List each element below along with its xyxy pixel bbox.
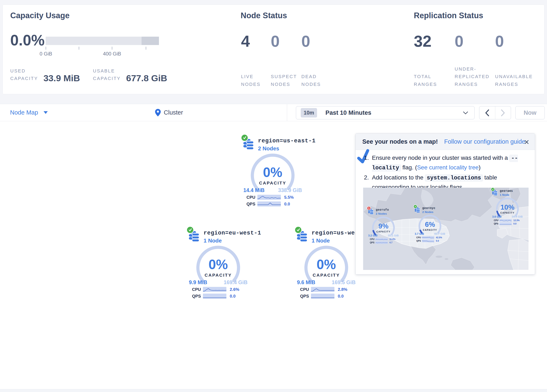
capacity-percent: 0%	[241, 165, 304, 180]
node-status-icon	[491, 187, 495, 191]
popup-header: See your nodes on a map! Follow our conf…	[356, 134, 535, 150]
cpu-sparkline	[257, 195, 281, 200]
step-text-fragment: flag. (	[401, 164, 417, 171]
check-icon	[492, 188, 494, 191]
step-text-fragment: Ensure every node in your cluster was st…	[372, 155, 510, 161]
total-capacity-value: 169.5 GiB	[332, 279, 356, 285]
cpu-value: 11.0%	[390, 238, 396, 241]
qps-sparkline	[257, 201, 281, 206]
cpu-label: CPU	[416, 236, 422, 239]
qps-sparkline	[422, 240, 434, 242]
cpu-sparkline	[422, 236, 434, 239]
node-head: geo=ams 1 Node	[492, 188, 513, 197]
cpu-sparkline	[499, 219, 512, 221]
qps-label: QPS	[416, 240, 422, 242]
locality-label: region=us-east-1	[258, 138, 316, 144]
map-node-layer: 1 geo=sfo 2 Nodes 9% CAPACITY 3.2 GiB 35…	[363, 188, 529, 270]
step-number: 1.	[364, 153, 372, 172]
capacity-percent: 0%	[295, 257, 358, 272]
node-status-icon	[413, 205, 417, 209]
capacity-percent: 9%	[367, 222, 400, 230]
node-status-icon: 1	[367, 206, 371, 210]
total-capacity-value: 34.4 GiB	[512, 215, 523, 218]
cpu-label: CPU	[300, 287, 311, 292]
used-capacity-value: 3.6 GiB	[492, 215, 502, 218]
capacity-word: CAPACITY	[491, 212, 524, 214]
node-count-link[interactable]: 1 Node	[500, 193, 513, 197]
qps-value: 0.0	[284, 202, 290, 206]
node-head: region=eu-west-1 1 Node	[188, 228, 261, 244]
total-capacity-value: 65.7 GiB	[434, 232, 445, 235]
node-region-display[interactable]: region=eu-west-1 1 Node 0% CAPACITY 9.9 …	[187, 228, 250, 301]
node-status-icon	[186, 226, 194, 234]
capacity-word: CAPACITY	[241, 180, 304, 186]
node-region-display[interactable]: geo=ams 1 Node 10% CAPACITY 3.6 GiB 34.4…	[491, 188, 524, 226]
capacity-word: CAPACITY	[367, 230, 400, 233]
locality-tree-link[interactable]: See current locality tree	[417, 164, 479, 171]
node-region-display[interactable]: geo=nyc 2 Nodes 6% CAPACITY 3.7 GiB 65.7…	[414, 206, 446, 244]
locality-setup-popup: See your nodes on a map! Follow our conf…	[356, 133, 535, 275]
node-head: 1 geo=sfo 2 Nodes	[368, 207, 389, 215]
capacity-word: CAPACITY	[414, 229, 446, 231]
configuration-guide-link[interactable]: Follow our configuration guide	[444, 138, 525, 145]
check-icon	[414, 205, 417, 208]
cpu-label: CPU	[246, 195, 257, 200]
capacity-word: CAPACITY	[295, 273, 358, 278]
node-status-icon	[241, 134, 248, 142]
node-head: region=us-east-1 2 Nodes	[243, 136, 316, 152]
example-world-map: 1 geo=sfo 2 Nodes 9% CAPACITY 3.2 GiB 35…	[363, 188, 529, 270]
capacity-percent: 6%	[414, 220, 446, 228]
locality-label: region=eu-west-1	[204, 230, 261, 236]
close-icon[interactable]: ✕	[524, 138, 529, 146]
used-capacity-value: 14.4 MiB	[243, 187, 265, 193]
cpu-value: 42.5%	[436, 236, 442, 239]
setup-steps-list: 1.Ensure every node in your cluster was …	[364, 153, 527, 192]
used-capacity-value: 9.9 MiB	[189, 279, 207, 285]
qps-label: QPS	[494, 223, 499, 225]
locality-label: geo=sfo	[376, 208, 389, 212]
qps-value: 0.0	[513, 223, 516, 225]
used-capacity-value: 9.6 MiB	[297, 279, 315, 285]
footer-bar	[0, 389, 547, 392]
node-head: geo=nyc 2 Nodes	[414, 206, 435, 214]
cpu-label: CPU	[494, 219, 499, 221]
cpu-value: 5.5%	[284, 195, 294, 200]
check-icon	[242, 135, 247, 140]
total-capacity-value: 338.9 GiB	[278, 187, 302, 193]
warning-count-badge: 1	[368, 207, 369, 209]
total-capacity-value: 169.4 GiB	[224, 279, 247, 285]
check-icon	[188, 227, 193, 233]
cpu-value: 12.3%	[513, 219, 520, 221]
qps-label: QPS	[300, 294, 311, 299]
qps-label: QPS	[370, 241, 376, 244]
qps-sparkline	[203, 294, 226, 299]
node-count-link[interactable]: 2 Nodes	[422, 210, 436, 214]
node-count-link[interactable]: 2 Nodes	[376, 212, 389, 215]
setup-step: 1.Ensure every node in your cluster was …	[364, 153, 527, 172]
capacity-percent: 10%	[491, 203, 524, 211]
qps-label: QPS	[192, 294, 203, 299]
qps-value: 0.0	[230, 294, 236, 299]
cpu-sparkline	[376, 238, 388, 241]
popup-title: See your nodes on a map!	[362, 138, 438, 145]
node-count-link[interactable]: 2 Nodes	[258, 145, 316, 152]
qps-value: 0.0	[436, 240, 439, 242]
cpu-value: 2.6%	[230, 287, 239, 292]
used-capacity-value: 3.7 GiB	[415, 232, 424, 235]
qps-sparkline	[376, 241, 388, 244]
node-region-display[interactable]: region=us-east-1 2 Nodes 0% CAPACITY 14.…	[241, 136, 304, 209]
qps-sparkline	[499, 222, 512, 225]
check-icon	[296, 227, 301, 233]
qps-value: 4.7	[390, 241, 392, 244]
node-region-display[interactable]: 1 geo=sfo 2 Nodes 9% CAPACITY 3.2 GiB 35…	[367, 207, 400, 245]
cpu-sparkline	[203, 287, 226, 292]
node-region-display[interactable]: region=us-west-1 1 Node 0% CAPACITY 9.6 …	[295, 228, 358, 301]
code-chip: system.locations	[425, 175, 483, 181]
step-text-fragment: Add locations to the	[372, 174, 425, 181]
capacity-percent: 0%	[187, 257, 250, 272]
node-count-link[interactable]: 1 Node	[204, 237, 261, 244]
locality-label: geo=ams	[500, 189, 513, 193]
total-capacity-value: 35.1 GiB	[388, 234, 399, 237]
cpu-label: CPU	[370, 238, 376, 241]
qps-value: 0.0	[338, 294, 344, 299]
